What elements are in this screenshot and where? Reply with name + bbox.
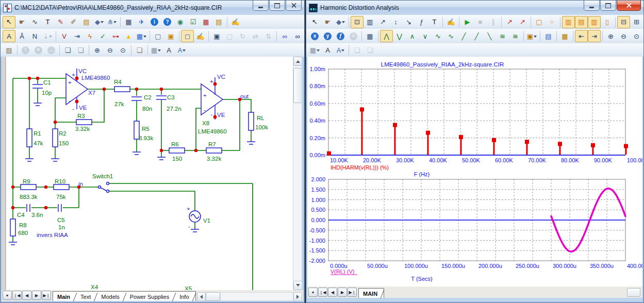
pan-tool[interactable]: ☛: [15, 16, 28, 28]
bring-front-button[interactable]: ❏: [61, 44, 74, 56]
tab-menu-button[interactable]: ▾: [308, 288, 318, 297]
first-tab-button[interactable]: ❘◀: [12, 291, 22, 300]
schematic-label[interactable]: 47k: [34, 140, 43, 146]
schematic-label[interactable]: R4: [114, 79, 122, 85]
schematic-label[interactable]: 1n: [58, 224, 65, 230]
rise-button[interactable]: ╱: [470, 30, 483, 42]
formula-tag-button[interactable]: ƒ: [415, 16, 428, 28]
help-web-button[interactable]: ◉: [174, 16, 187, 28]
text-tool[interactable]: T: [41, 16, 54, 28]
find-button[interactable]: ∞: [278, 30, 291, 42]
fall-button[interactable]: ╲: [483, 30, 496, 42]
tab-models[interactable]: Models: [97, 293, 125, 301]
capacitor-C1[interactable]: [32, 84, 43, 89]
schematic-label[interactable]: in: [78, 181, 83, 187]
select-mode-button[interactable]: ◻: [181, 30, 194, 42]
numeric-output-button[interactable]: ▤: [542, 30, 555, 42]
schematic-titlebar[interactable]: C:\MC12\DATA\Petrov\RIAA\LME49860_Passiv…: [1, 1, 304, 15]
grid-snap-button[interactable]: ▦: [150, 44, 162, 56]
properties-button[interactable]: ✍: [194, 30, 207, 42]
schematic-canvas-area[interactable]: VCLME49860X7VE+-+-C110pR147kR2150R33.32k…: [2, 57, 302, 290]
data-points-toggle[interactable]: ▢: [533, 16, 546, 28]
schematic-label[interactable]: 3.32k: [75, 126, 90, 132]
select-tool[interactable]: ↖: [3, 16, 15, 28]
error-more-button[interactable]: …: [45, 44, 58, 56]
schematic-label[interactable]: 3.93k: [139, 135, 153, 141]
last-tab-button[interactable]: ▶❘: [42, 291, 51, 300]
schematic-label[interactable]: 3.32k: [207, 156, 221, 162]
schematic-label[interactable]: LME49860: [198, 128, 227, 134]
schematic-vertical-scrollbar[interactable]: [293, 57, 302, 290]
zoom-100-button[interactable]: ⊙: [630, 30, 643, 42]
tab-main[interactable]: Main: [53, 293, 76, 301]
shapes-tool[interactable]: ◆: [93, 16, 106, 28]
clipboard-button[interactable]: ▣: [525, 30, 538, 42]
schematic-label[interactable]: invers RIAA: [37, 232, 68, 238]
resistor-R6[interactable]: [169, 148, 185, 153]
zoom-out-button[interactable]: ⊖: [104, 44, 117, 56]
condition-toggle[interactable]: ✓: [96, 30, 109, 42]
scroll-right-button[interactable]: [293, 292, 302, 301]
help-button[interactable]: ?: [161, 16, 174, 28]
schematic-label[interactable]: -: [210, 111, 212, 117]
prev-tab-button[interactable]: ◀: [22, 291, 31, 300]
series-label-vrl[interactable]: V(RL) (V): [331, 268, 354, 275]
schematic-horizontal-scrollbar[interactable]: [197, 292, 302, 301]
zoom-100-button[interactable]: ⊙: [117, 44, 129, 56]
pan-tool[interactable]: ☛: [321, 16, 334, 28]
schematic-label[interactable]: -: [188, 223, 190, 229]
font-button[interactable]: A: [162, 44, 175, 56]
cursor-y-button[interactable]: ⇥: [588, 30, 601, 42]
scroll-track[interactable]: [220, 292, 293, 301]
component-grid-button[interactable]: ▦: [122, 16, 135, 28]
pause-button[interactable]: ∥: [487, 16, 500, 28]
fx-button[interactable]: ƒ: [334, 30, 347, 42]
schematic-label[interactable]: -: [72, 106, 74, 112]
point-tag-button[interactable]: ↗: [376, 16, 389, 28]
schematic-label[interactable]: 27k: [114, 101, 124, 107]
voltage-state-toggle[interactable]: V: [58, 30, 71, 42]
picture-tool[interactable]: ▤: [80, 16, 93, 28]
properties-button[interactable]: ✍: [444, 16, 457, 28]
close-button[interactable]: [286, 1, 302, 11]
gmin-button[interactable]: ∿: [444, 30, 457, 42]
next-tab-button[interactable]: ▶: [32, 291, 41, 300]
schematic-label[interactable]: X7: [88, 90, 95, 96]
resistor-R10[interactable]: [54, 184, 69, 190]
resistor-R9[interactable]: [21, 184, 36, 190]
resistor-R3[interactable]: [76, 120, 92, 125]
schematic-label[interactable]: V1: [203, 217, 210, 224]
node-numbers-toggle[interactable]: N: [28, 30, 41, 42]
schematic-label[interactable]: Switch1: [92, 173, 113, 179]
schematic-label[interactable]: R9: [23, 178, 30, 184]
resistor-R2[interactable]: [53, 129, 58, 147]
tab-info[interactable]: Info: [175, 293, 195, 301]
schematic-label[interactable]: 75k: [56, 194, 66, 200]
high-button[interactable]: ∧: [406, 30, 419, 42]
color-font-button[interactable]: A: [334, 44, 347, 56]
send-back-button[interactable]: ❏: [364, 44, 376, 56]
flowchart-tool[interactable]: ⋔: [106, 16, 119, 28]
resistor-R7[interactable]: [206, 148, 222, 153]
schematic-label[interactable]: R1: [34, 130, 41, 137]
series-label-ihd[interactable]: IHD(HARM(v(RL))) (%): [331, 164, 389, 171]
data-label-toggle[interactable]: ⊞: [630, 16, 643, 28]
maximize-button[interactable]: [269, 1, 285, 11]
scroll-thumb[interactable]: [627, 288, 640, 297]
schematic-label[interactable]: +: [210, 78, 213, 85]
plot-panel[interactable]: LME49860_Passively_RIAA_2kHz-square.CIR0…: [307, 57, 642, 287]
page-flip-button[interactable]: ❏: [133, 44, 146, 56]
schematic-label[interactable]: +: [203, 92, 207, 98]
horizontal-grid-toggle[interactable]: ▤: [575, 16, 588, 28]
package-editor-button[interactable]: ✍: [229, 16, 242, 28]
switch-Switch1[interactable]: [98, 182, 109, 193]
scroll-up-button[interactable]: [293, 57, 302, 66]
schematic-label[interactable]: 10p: [42, 90, 52, 96]
top-waves-button[interactable]: ≋: [496, 30, 509, 42]
schematic-label[interactable]: C1: [43, 79, 51, 86]
schematic-label[interactable]: R7: [208, 141, 216, 147]
find-in-files-button[interactable]: ∞: [291, 30, 304, 42]
schematic-label[interactable]: +: [72, 72, 75, 78]
cursor-mode-button[interactable]: ▥: [364, 16, 376, 28]
next-tab-button[interactable]: ▶: [338, 288, 347, 297]
